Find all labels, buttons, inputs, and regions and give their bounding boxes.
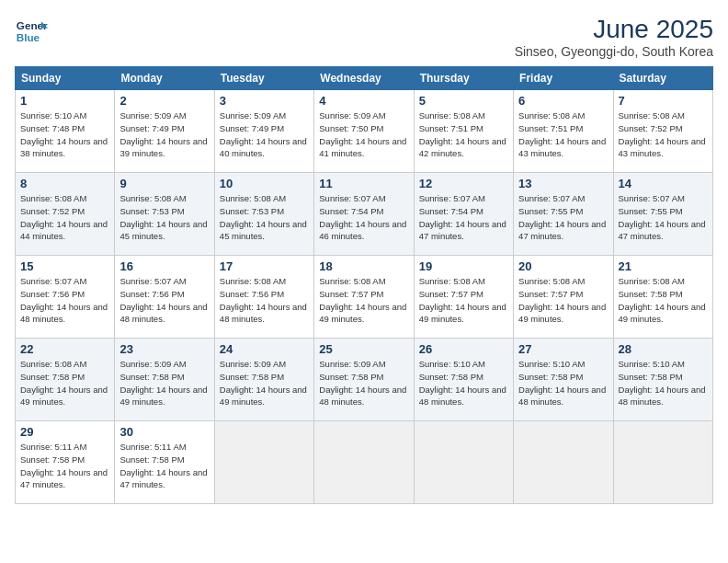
calendar-cell: 11Sunrise: 5:07 AMSunset: 7:54 PMDayligh… xyxy=(314,173,414,256)
day-number: 4 xyxy=(319,94,408,108)
calendar-cell: 15Sunrise: 5:07 AMSunset: 7:56 PMDayligh… xyxy=(16,256,115,339)
day-number: 6 xyxy=(518,94,608,108)
day-number: 17 xyxy=(220,259,309,273)
day-info: Sunrise: 5:08 AMSunset: 7:57 PMDaylight:… xyxy=(518,275,608,326)
calendar-cell: 8Sunrise: 5:08 AMSunset: 7:52 PMDaylight… xyxy=(16,173,115,256)
calendar-cell: 23Sunrise: 5:09 AMSunset: 7:58 PMDayligh… xyxy=(115,339,214,421)
day-number: 12 xyxy=(419,177,508,190)
day-number: 29 xyxy=(20,425,109,439)
calendar-cell: 27Sunrise: 5:10 AMSunset: 7:58 PMDayligh… xyxy=(514,339,613,421)
week-row-5: 29Sunrise: 5:11 AMSunset: 7:58 PMDayligh… xyxy=(16,421,713,504)
calendar-cell: 18Sunrise: 5:08 AMSunset: 7:57 PMDayligh… xyxy=(314,256,414,339)
day-info: Sunrise: 5:07 AMSunset: 7:54 PMDaylight:… xyxy=(319,192,408,243)
col-sunday: Sunday xyxy=(16,67,115,90)
calendar-cell xyxy=(613,421,712,504)
day-number: 22 xyxy=(20,342,109,356)
calendar-cell: 25Sunrise: 5:09 AMSunset: 7:58 PMDayligh… xyxy=(314,339,414,421)
col-wednesday: Wednesday xyxy=(314,67,414,90)
calendar-cell: 20Sunrise: 5:08 AMSunset: 7:57 PMDayligh… xyxy=(514,256,613,339)
col-friday: Friday xyxy=(514,67,613,90)
day-number: 25 xyxy=(319,342,408,356)
day-info: Sunrise: 5:07 AMSunset: 7:54 PMDaylight:… xyxy=(419,192,508,243)
day-number: 9 xyxy=(119,177,209,190)
day-number: 24 xyxy=(220,342,309,356)
day-number: 11 xyxy=(319,177,408,190)
calendar-cell: 2Sunrise: 5:09 AMSunset: 7:49 PMDaylight… xyxy=(115,90,214,173)
day-number: 5 xyxy=(419,94,508,108)
day-info: Sunrise: 5:08 AMSunset: 7:53 PMDaylight:… xyxy=(220,192,309,243)
calendar-cell: 4Sunrise: 5:09 AMSunset: 7:50 PMDaylight… xyxy=(314,90,414,173)
day-number: 28 xyxy=(619,342,708,356)
day-info: Sunrise: 5:11 AMSunset: 7:58 PMDaylight:… xyxy=(20,441,109,491)
col-tuesday: Tuesday xyxy=(214,67,313,90)
day-info: Sunrise: 5:11 AMSunset: 7:58 PMDaylight:… xyxy=(119,441,209,491)
day-info: Sunrise: 5:09 AMSunset: 7:58 PMDaylight:… xyxy=(119,358,209,408)
col-thursday: Thursday xyxy=(414,67,513,90)
calendar-cell: 14Sunrise: 5:07 AMSunset: 7:55 PMDayligh… xyxy=(613,173,712,256)
day-info: Sunrise: 5:08 AMSunset: 7:51 PMDaylight:… xyxy=(518,109,608,160)
day-info: Sunrise: 5:09 AMSunset: 7:58 PMDaylight:… xyxy=(220,358,309,408)
day-info: Sunrise: 5:08 AMSunset: 7:58 PMDaylight:… xyxy=(20,358,109,408)
day-info: Sunrise: 5:07 AMSunset: 7:55 PMDaylight:… xyxy=(619,192,708,243)
calendar-cell: 29Sunrise: 5:11 AMSunset: 7:58 PMDayligh… xyxy=(16,421,115,504)
title-area: June 2025 Sinseo, Gyeonggi-do, South Kor… xyxy=(515,15,713,59)
day-number: 13 xyxy=(518,177,608,190)
day-info: Sunrise: 5:09 AMSunset: 7:50 PMDaylight:… xyxy=(319,109,408,160)
day-number: 8 xyxy=(20,177,109,190)
calendar-cell: 5Sunrise: 5:08 AMSunset: 7:51 PMDaylight… xyxy=(414,90,513,173)
day-info: Sunrise: 5:10 AMSunset: 7:58 PMDaylight:… xyxy=(419,358,508,408)
logo: General Blue xyxy=(15,15,48,48)
calendar-cell: 22Sunrise: 5:08 AMSunset: 7:58 PMDayligh… xyxy=(16,339,115,421)
day-number: 23 xyxy=(119,342,209,356)
calendar-cell: 17Sunrise: 5:08 AMSunset: 7:56 PMDayligh… xyxy=(214,256,313,339)
day-number: 7 xyxy=(619,94,708,108)
calendar-cell: 30Sunrise: 5:11 AMSunset: 7:58 PMDayligh… xyxy=(115,421,214,504)
day-number: 20 xyxy=(518,259,608,273)
col-saturday: Saturday xyxy=(613,67,712,90)
day-info: Sunrise: 5:08 AMSunset: 7:52 PMDaylight:… xyxy=(619,109,708,160)
week-row-2: 8Sunrise: 5:08 AMSunset: 7:52 PMDaylight… xyxy=(16,173,713,256)
day-info: Sunrise: 5:08 AMSunset: 7:56 PMDaylight:… xyxy=(220,275,309,326)
calendar-cell: 3Sunrise: 5:09 AMSunset: 7:49 PMDaylight… xyxy=(214,90,313,173)
calendar-cell: 1Sunrise: 5:10 AMSunset: 7:48 PMDaylight… xyxy=(16,90,115,173)
day-info: Sunrise: 5:10 AMSunset: 7:58 PMDaylight:… xyxy=(518,358,608,408)
calendar-subtitle: Sinseo, Gyeonggi-do, South Korea xyxy=(515,44,713,59)
calendar-title: June 2025 xyxy=(515,15,713,44)
day-info: Sunrise: 5:08 AMSunset: 7:52 PMDaylight:… xyxy=(20,192,109,243)
day-number: 19 xyxy=(419,259,508,273)
day-number: 30 xyxy=(119,425,209,439)
header-row: Sunday Monday Tuesday Wednesday Thursday… xyxy=(16,67,713,90)
calendar-cell xyxy=(414,421,513,504)
day-number: 27 xyxy=(518,342,608,356)
calendar-cell: 21Sunrise: 5:08 AMSunset: 7:58 PMDayligh… xyxy=(613,256,712,339)
day-info: Sunrise: 5:07 AMSunset: 7:56 PMDaylight:… xyxy=(20,275,109,326)
logo-icon: General Blue xyxy=(15,15,48,48)
day-number: 15 xyxy=(20,259,109,273)
day-number: 18 xyxy=(319,259,408,273)
day-info: Sunrise: 5:09 AMSunset: 7:49 PMDaylight:… xyxy=(220,109,309,160)
day-info: Sunrise: 5:10 AMSunset: 7:58 PMDaylight:… xyxy=(619,358,708,408)
col-monday: Monday xyxy=(115,67,214,90)
day-info: Sunrise: 5:09 AMSunset: 7:58 PMDaylight:… xyxy=(319,358,408,408)
calendar-cell: 10Sunrise: 5:08 AMSunset: 7:53 PMDayligh… xyxy=(214,173,313,256)
day-number: 26 xyxy=(419,342,508,356)
week-row-4: 22Sunrise: 5:08 AMSunset: 7:58 PMDayligh… xyxy=(16,339,713,421)
day-number: 14 xyxy=(619,177,708,190)
day-info: Sunrise: 5:08 AMSunset: 7:57 PMDaylight:… xyxy=(419,275,508,326)
calendar-cell xyxy=(314,421,414,504)
week-row-1: 1Sunrise: 5:10 AMSunset: 7:48 PMDaylight… xyxy=(16,90,713,173)
week-row-3: 15Sunrise: 5:07 AMSunset: 7:56 PMDayligh… xyxy=(16,256,713,339)
calendar-cell: 7Sunrise: 5:08 AMSunset: 7:52 PMDaylight… xyxy=(613,90,712,173)
day-number: 16 xyxy=(119,259,209,273)
day-info: Sunrise: 5:08 AMSunset: 7:53 PMDaylight:… xyxy=(119,192,209,243)
calendar-cell xyxy=(214,421,313,504)
calendar-cell xyxy=(514,421,613,504)
day-number: 10 xyxy=(220,177,309,190)
day-number: 21 xyxy=(619,259,708,273)
calendar-table: Sunday Monday Tuesday Wednesday Thursday… xyxy=(15,66,713,504)
calendar-cell: 9Sunrise: 5:08 AMSunset: 7:53 PMDaylight… xyxy=(115,173,214,256)
day-info: Sunrise: 5:09 AMSunset: 7:49 PMDaylight:… xyxy=(119,109,209,160)
calendar-cell: 24Sunrise: 5:09 AMSunset: 7:58 PMDayligh… xyxy=(214,339,313,421)
header: General Blue June 2025 Sinseo, Gyeonggi-… xyxy=(15,15,713,59)
day-info: Sunrise: 5:07 AMSunset: 7:56 PMDaylight:… xyxy=(119,275,209,326)
